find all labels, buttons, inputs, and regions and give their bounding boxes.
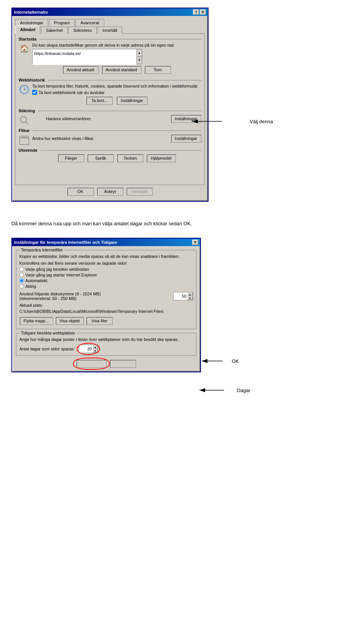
disk-spinner-buttons: ▲ ▼ <box>187 292 193 300</box>
startsida-section: 🏠 Du kan skapa startsideflikar genom att… <box>19 43 201 75</box>
title-bar: Internetalternativ ? ✕ <box>12 8 208 16</box>
ok-annotation: OK <box>200 356 239 366</box>
antal-dagar-input[interactable] <box>79 345 93 353</box>
radio-automatiskt-label: Automatiskt <box>25 278 47 283</box>
tidigare-besokta-content: Ange hur många dagar poster i listan öve… <box>19 337 193 353</box>
sokning-header: Sökning <box>19 108 201 113</box>
antal-dagar-label: Antal dagar som sidor sparas: <box>19 347 75 351</box>
valj-denna-annotation: Välj denna <box>191 116 273 127</box>
svg-rect-4 <box>20 138 29 144</box>
webbhistorik-header: Webbhistorik <box>19 78 201 82</box>
antal-dagar-row: Antal dagar som sidor sparas: ▲ ▼ <box>19 345 193 353</box>
webbhistorik-checkbox-label: Ta bort webbhistorik när du avslutar <box>39 90 105 95</box>
flikar-header: Flikar <box>19 128 201 133</box>
dagar-label: Dagar <box>237 388 250 393</box>
startsida-buttons: Använd aktuell Använd standard Tom <box>32 66 201 74</box>
ta-bort-button[interactable]: Ta bort... <box>86 96 113 105</box>
bottom-tab-strip: Allmänt Säkerhet Sekretess Innehåll <box>15 27 205 34</box>
visa-filer-button[interactable]: Visa filer <box>86 317 113 325</box>
aktuell-plats-path: C:\Users\BOBIBL\AppData\Local\Microsoft\… <box>19 309 193 314</box>
tab-innehall[interactable]: Innehåll <box>97 27 122 34</box>
tab-allman[interactable]: Allmänt <box>15 26 40 34</box>
svg-rect-5 <box>20 136 24 138</box>
temp-files-description: Kopior av webbsidor, bilder och media sp… <box>19 254 193 259</box>
antal-dagar-spinner: ▲ ▼ <box>78 345 98 353</box>
tab-program[interactable]: Program <box>49 19 75 26</box>
disk-sublabel: (rekommenderat: 50 - 250 MB) <box>19 296 101 301</box>
radio-aldrig-label: Aldrig <box>25 284 36 289</box>
temp-files-action-buttons: Flytta mapp... Visa objekt Visa filer <box>19 317 193 325</box>
aktuell-plats-section: Aktuell plats: C:\Users\BOBIBL\AppData\L… <box>19 303 193 314</box>
disk-value-input[interactable] <box>174 292 187 300</box>
tab-avancerat[interactable]: Avancerat <box>75 19 104 26</box>
anvand-aktuell-button[interactable]: Använd aktuell <box>63 66 98 74</box>
disk-label: Använd följande diskutrymme (8 - 1024 MB… <box>19 292 101 296</box>
dialog1-avbryt-button[interactable]: Avbryt <box>97 187 123 196</box>
search-icon <box>19 115 30 126</box>
dialog2-avbryt-button[interactable] <box>110 359 136 368</box>
dialog2-title: Inställningar för temporära Internetfile… <box>14 240 117 245</box>
radio-varje-gang-besok-input[interactable] <box>19 267 24 272</box>
flikar-installningar-button[interactable]: Inställningar <box>171 134 201 143</box>
dialog2-ok-button[interactable] <box>76 359 107 368</box>
radio-varje-gang-start-label: Varje gång jag startar Internet Explorer <box>25 273 97 277</box>
flikar-section: Ändra hur webbsidor visas i flikar. Inst… <box>19 134 201 146</box>
tecken-button[interactable]: Tecken <box>117 154 143 162</box>
radio-varje-gang-start: Varje gång jag startar Internet Explorer <box>19 273 193 277</box>
visa-objekt-button[interactable]: Visa objekt <box>55 317 84 325</box>
ok-label: OK <box>232 358 239 364</box>
annotation-arrow <box>191 116 248 127</box>
farger-button[interactable]: Färger <box>58 154 84 162</box>
disk-up-button[interactable]: ▲ <box>187 292 193 296</box>
dialog2-close-button[interactable]: ✕ <box>192 240 198 245</box>
tom-button[interactable]: Tom <box>144 66 171 74</box>
temp-files-label: Temporära Internetfiler <box>19 248 64 252</box>
webbhistorik-checkbox[interactable] <box>32 90 37 95</box>
temp-internet-files-group: Temporära Internetfiler Kopior av webbsi… <box>16 250 196 329</box>
tidigare-besokta-label: Tidigare besökta webbplatser <box>19 331 77 335</box>
aktuell-plats-label: Aktuell plats: <box>19 303 193 308</box>
webbhistorik-installningar-button[interactable]: Inställningar <box>116 96 147 105</box>
ok-arrow <box>200 356 230 366</box>
scrollbar-down[interactable]: ▼ <box>137 57 142 64</box>
title-bar-buttons: ? ✕ <box>193 9 206 15</box>
antal-dagar-up-button[interactable]: ▲ <box>93 345 98 349</box>
utseende-header: Utseende <box>19 148 201 152</box>
anvand-standard-button[interactable]: Använd standard <box>102 66 141 74</box>
antal-dagar-spinner-wrapper: ▲ ▼ <box>78 345 98 353</box>
tab-anslutningar[interactable]: Anslutningar <box>15 19 48 26</box>
tidigare-description: Ange hur många dagar poster i listan öve… <box>19 337 193 342</box>
tab-sekretess[interactable]: Sekretess <box>68 27 97 34</box>
url-textarea[interactable]: <span class="url-highlight" data-name="u… <box>33 50 136 65</box>
disk-down-button[interactable]: ▼ <box>187 296 193 300</box>
sprak-button[interactable]: Språk <box>87 154 114 162</box>
webbhistorik-section: Ta bort temporära filer, historik, cooki… <box>19 84 201 106</box>
webbhistorik-buttons: Ta bort... Inställningar <box>32 96 201 105</box>
svg-rect-6 <box>24 136 28 138</box>
temp-files-content: Kopior av webbsidor, bilder och media sp… <box>19 254 193 325</box>
radio-automatiskt-input[interactable] <box>19 278 24 283</box>
webbhistorik-description: Ta bort temporära filer, historik, cooki… <box>32 84 201 88</box>
help-button[interactable]: ? <box>193 9 199 15</box>
flytta-mapp-button[interactable]: Flytta mapp... <box>19 317 53 325</box>
between-text: Då kommer denna ruta upp och man kan väl… <box>11 221 353 226</box>
antal-dagar-down-button[interactable]: ▼ <box>93 349 98 353</box>
dialog1-verkstall-button[interactable]: Verkställ <box>126 187 153 196</box>
home-icon: 🏠 <box>19 43 30 54</box>
radio-aldrig: Aldrig <box>19 284 193 289</box>
hjalpmedel-button[interactable]: Hjälpmedel <box>146 154 176 162</box>
radio-varje-gang-besok-label: Varje gång jag besöker webbsidan <box>25 267 89 272</box>
ok-button-wrapper <box>76 359 107 368</box>
scrollbar-up[interactable]: ▲ <box>137 49 142 57</box>
radio-aldrig-input[interactable] <box>19 284 24 289</box>
dialog1-ok-button[interactable]: OK <box>67 187 94 196</box>
top-tab-strip: Anslutningar Program Avancerat <box>15 19 205 26</box>
svg-line-3 <box>26 122 28 124</box>
startsida-description: Du kan skapa startsideflikar genom att s… <box>32 43 201 47</box>
webbhistorik-checkbox-row: Ta bort webbhistorik när du avslutar <box>32 90 201 95</box>
close-button[interactable]: ✕ <box>200 9 206 15</box>
tab-sakerhet[interactable]: Säkerhet <box>41 27 67 34</box>
radio-varje-gang-start-input[interactable] <box>19 273 24 277</box>
internet-options-dialog: Internetalternativ ? ✕ Anslutningar Prog… <box>11 8 209 202</box>
dialog2-title-bar: Inställningar för temporära Internetfile… <box>12 239 200 246</box>
